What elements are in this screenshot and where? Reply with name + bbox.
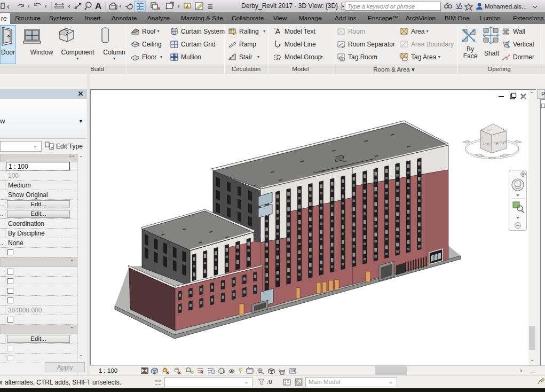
svg-text:Mohamed.als...: Mohamed.als... — [485, 3, 527, 10]
svg-text:A: A — [95, 1, 101, 11]
svg-text:TOP: TOP — [487, 128, 492, 131]
